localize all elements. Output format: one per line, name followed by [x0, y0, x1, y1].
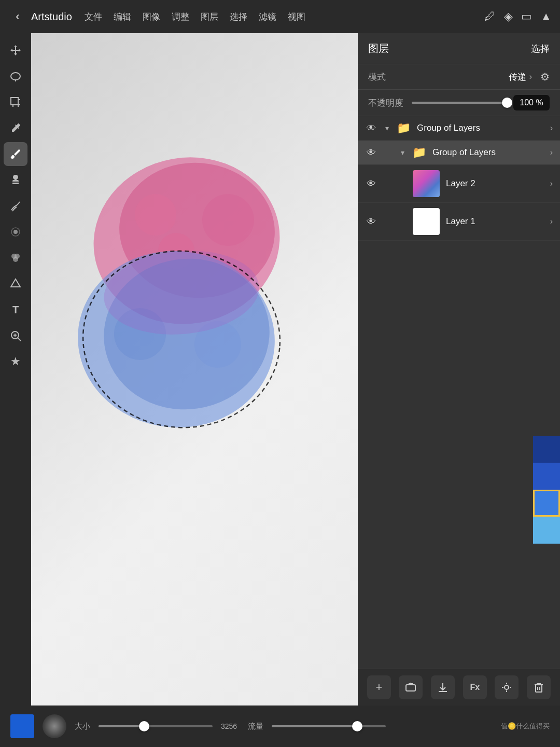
tool-eyedropper[interactable] — [4, 116, 27, 140]
layer-name-3: Layer 2 — [444, 178, 546, 189]
add-layer-button[interactable]: + — [367, 675, 391, 699]
svg-point-0 — [11, 73, 20, 80]
mode-label: 模式 — [368, 71, 386, 83]
flow-slider[interactable] — [272, 725, 386, 727]
tool-brush[interactable] — [4, 142, 27, 166]
menu-file[interactable]: 文件 — [80, 9, 106, 25]
add-group-button[interactable] — [399, 675, 423, 699]
layer-item-layer1[interactable]: 👁 Layer 1 › — [358, 203, 560, 241]
flow-slider-fill — [272, 725, 357, 727]
menu-image[interactable]: 图像 — [138, 9, 164, 25]
opacity-slider[interactable] — [412, 102, 507, 104]
layers-select-button[interactable]: 选择 — [531, 43, 550, 55]
opacity-value[interactable]: 100 % — [513, 95, 550, 110]
menu-select[interactable]: 选择 — [226, 9, 251, 25]
delete-layer-button[interactable] — [527, 675, 551, 699]
layer-expand-icon-2[interactable]: ▾ — [397, 148, 408, 157]
layer-folder-icon-1: 📁 — [396, 121, 411, 135]
svg-line-14 — [18, 338, 21, 341]
layers-panel: 图层 选择 模式 传递 › ⚙ 不透明度 100 % 👁 ▾ 📁 Group o… — [358, 33, 560, 706]
tool-move[interactable] — [4, 38, 27, 62]
opacity-row: 不透明度 100 % — [358, 90, 560, 116]
svg-rect-28 — [406, 685, 415, 691]
layer-item-layer2[interactable]: 👁 Layer 2 › — [358, 165, 560, 203]
svg-point-7 — [13, 230, 18, 234]
tool-mixer[interactable] — [4, 246, 27, 270]
layers-panel-title: 图层 — [368, 42, 389, 56]
app-title: Artstudio — [31, 11, 72, 23]
tool-blur[interactable] — [4, 220, 27, 244]
mode-value[interactable]: 传递 — [509, 71, 526, 83]
svg-point-11 — [13, 257, 18, 262]
size-label: 大小 — [75, 722, 90, 731]
tool-transform[interactable] — [4, 90, 27, 114]
layer-chevron-1[interactable]: › — [550, 123, 553, 133]
opacity-slider-fill — [412, 102, 507, 104]
left-toolbar: T ★ — [0, 33, 31, 706]
tool-shape[interactable] — [4, 272, 27, 296]
menu-filter[interactable]: 滤镜 — [255, 9, 281, 25]
layer-eye-icon-3[interactable]: 👁 — [365, 178, 377, 189]
tool-stamp[interactable] — [4, 168, 27, 192]
layer-name-1: Group of Layers — [415, 123, 546, 133]
svg-point-32 — [505, 685, 509, 689]
tool-smudge[interactable] — [4, 194, 27, 218]
canvas-icon[interactable]: ▭ — [521, 10, 532, 23]
svg-rect-2 — [11, 98, 18, 105]
adjust-layer-button[interactable] — [495, 675, 519, 699]
fx-button[interactable]: Fx — [463, 675, 487, 699]
mode-chevron-icon: › — [529, 72, 532, 81]
svg-point-19 — [135, 194, 176, 236]
size-value: 3256 — [221, 722, 240, 730]
layer-eye-icon-4[interactable]: 👁 — [365, 216, 377, 227]
top-bar: ‹ Artstudio 文件 编辑 图像 调整 图层 选择 滤镜 视图 🖊 ◈ … — [0, 0, 560, 33]
layer-folder-icon-2: 📁 — [412, 146, 426, 159]
layer-eye-icon-1[interactable]: 👁 — [365, 123, 377, 134]
menu-bar: 文件 编辑 图像 调整 图层 选择 滤镜 视图 — [80, 9, 310, 25]
svg-marker-12 — [11, 279, 20, 287]
layer-name-2: Group of Layers — [430, 147, 546, 158]
menu-layers[interactable]: 图层 — [197, 9, 222, 25]
layer-eye-icon-2[interactable]: 👁 — [365, 147, 377, 158]
tool-star[interactable]: ★ — [4, 350, 27, 374]
color-swatch-primary[interactable] — [10, 714, 34, 738]
brush-tool-icon[interactable]: 🖊 — [484, 10, 496, 23]
bottom-bar: 大小 3256 流量 值🪙什么值得买 — [0, 706, 560, 747]
brush-preview[interactable] — [43, 714, 66, 738]
tool-lasso[interactable] — [4, 64, 27, 88]
download-layer-button[interactable] — [431, 675, 455, 699]
flow-slider-thumb[interactable] — [352, 721, 362, 731]
layer-item-group1[interactable]: 👁 ▾ 📁 Group of Layers › — [358, 116, 560, 141]
size-slider-thumb[interactable] — [139, 721, 149, 731]
menu-view[interactable]: 视图 — [284, 9, 310, 25]
layer-chevron-2[interactable]: › — [550, 148, 553, 157]
back-button[interactable]: ‹ — [8, 7, 27, 26]
menu-icon[interactable]: ▲ — [540, 10, 552, 23]
menu-edit[interactable]: 编辑 — [109, 9, 135, 25]
canvas-painting — [73, 137, 321, 459]
opacity-label: 不透明度 — [368, 97, 405, 109]
layer-thumbnail-1 — [413, 208, 440, 235]
layer-expand-icon-1[interactable]: ▾ — [382, 124, 392, 132]
swatch-selected[interactable] — [533, 490, 560, 517]
menu-adjust[interactable]: 调整 — [167, 9, 193, 25]
mode-gear-icon[interactable]: ⚙ — [540, 71, 550, 83]
tool-zoom[interactable] — [4, 324, 27, 348]
opacity-slider-thumb[interactable] — [502, 98, 512, 108]
layer-chevron-4[interactable]: › — [550, 217, 553, 226]
mode-row: 模式 传递 › ⚙ — [358, 64, 560, 90]
swatch-dark[interactable] — [533, 436, 560, 463]
swatch-medium-dark[interactable] — [533, 463, 560, 490]
layers-list: 👁 ▾ 📁 Group of Layers › 👁 ▾ 📁 Group of L… — [358, 116, 560, 669]
top-bar-right: 🖊 ◈ ▭ ▲ — [484, 10, 552, 23]
svg-rect-33 — [536, 685, 542, 692]
svg-point-20 — [202, 194, 254, 246]
app-watermark: 值🪙什么值得买 — [501, 722, 550, 731]
layer-chevron-3[interactable]: › — [550, 179, 553, 188]
swatch-light[interactable] — [533, 517, 560, 544]
layer-item-group2[interactable]: 👁 ▾ 📁 Group of Layers › — [358, 141, 560, 165]
flow-label: 流量 — [248, 722, 263, 731]
size-slider[interactable] — [99, 725, 213, 727]
layers-icon[interactable]: ◈ — [504, 10, 513, 23]
tool-text[interactable]: T — [4, 298, 27, 322]
